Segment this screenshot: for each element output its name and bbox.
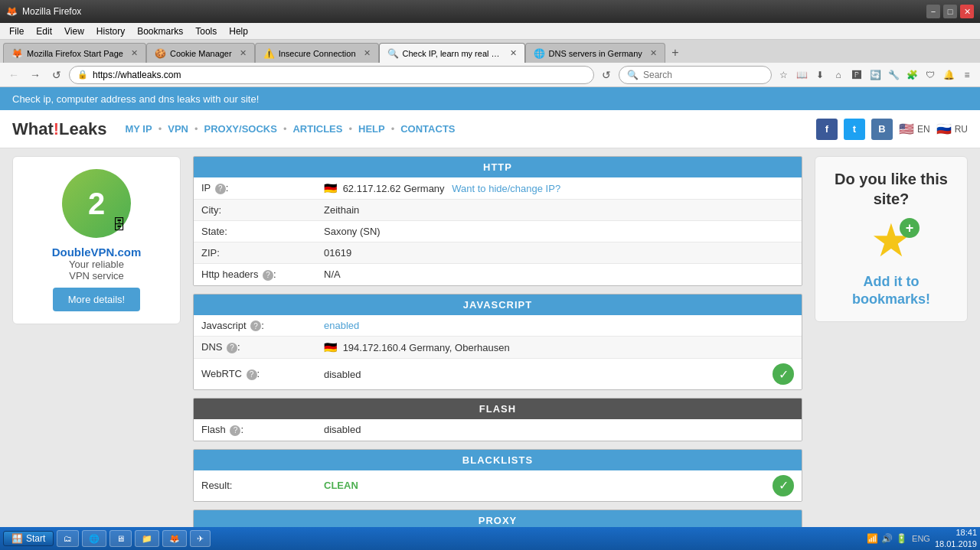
nav-vpn[interactable]: VPN (165, 123, 191, 135)
menu-view[interactable]: View (58, 24, 90, 38)
promo-link[interactable]: Add it to bookmarks! (852, 274, 930, 307)
change-ip-link[interactable]: Want to hide/change IP? (452, 183, 560, 194)
tab-insecure-icon: ⚠️ (263, 48, 274, 59)
reading-mode-icon[interactable]: 📖 (793, 67, 810, 83)
pocket-icon[interactable]: 🅿 (848, 67, 865, 83)
addon2-icon[interactable]: 🛡 (922, 67, 939, 83)
nav-contacts[interactable]: CONTACTS (397, 123, 458, 135)
menu-file[interactable]: File (3, 24, 30, 38)
nav-myip[interactable]: MY IP (122, 123, 155, 135)
tray-network-icon: 📶 (867, 533, 878, 544)
lang-ru-label: RU (955, 124, 968, 135)
taskbar-app-browser[interactable]: 🌐 (82, 530, 106, 547)
reload-button[interactable]: ↺ (47, 66, 66, 84)
tools-icon[interactable]: 🔧 (885, 67, 902, 83)
bookmark-star-icon[interactable]: ☆ (775, 67, 792, 83)
ad-box: 2 🗄 DoubleVPN.com Your reliable VPN serv… (12, 156, 181, 324)
filemanager-icon: 🗂 (64, 534, 72, 543)
taskbar-app-firefox[interactable]: 🦊 (162, 530, 187, 547)
ip-help-icon[interactable]: ? (215, 184, 226, 194)
addon-icon[interactable]: 🧩 (903, 67, 920, 83)
javascript-header: JAVASCRIPT (194, 295, 802, 315)
back-button[interactable]: ← (5, 66, 23, 84)
system-icon: 🖥 (116, 534, 125, 543)
tab-firefox-start[interactable]: 🦊 Mozilla Firefox Start Page ✕ (3, 43, 146, 63)
nav-articles[interactable]: ARTICLES (289, 123, 345, 135)
webrtc-help-icon[interactable]: ? (247, 369, 257, 380)
tab-insecure-title: Insecure Connection (279, 49, 356, 58)
ad-more-details-button[interactable]: More details! (53, 288, 140, 311)
tab-dns-close[interactable]: ✕ (650, 48, 657, 58)
tab-cookie-close[interactable]: ✕ (240, 48, 247, 58)
webrtc-label: WebRTC ?: (201, 368, 324, 380)
nav-icons: ☆ 📖 ⬇ ⌂ 🅿 🔄 🔧 🧩 🛡 🔔 ≡ (775, 67, 975, 83)
javascript-section: JAVASCRIPT Javascript ?: enabled DNS ?: … (193, 294, 802, 391)
tab-insecure[interactable]: ⚠️ Insecure Connection ✕ (255, 43, 379, 63)
new-tab-button[interactable]: + (665, 43, 685, 63)
ip-flag: 🇩🇪 (324, 182, 337, 194)
nav-proxy[interactable]: PROXY/SOCKS (201, 123, 280, 135)
forward-button[interactable]: → (26, 66, 44, 84)
ad-logo-db: 🗄 (113, 217, 126, 233)
lock-icon: 🔒 (77, 70, 88, 80)
site-nav-right: f t B 🇺🇸 EN 🇷🇺 RU (816, 119, 968, 140)
menu-history[interactable]: History (90, 24, 131, 38)
site-header-bar: Check ip, computer address and dns leaks… (0, 87, 980, 110)
promo-box: Do you like this site? ★ + Add it to boo… (815, 156, 968, 322)
js-row: Javascript ?: enabled (194, 315, 802, 337)
start-button[interactable]: 🪟 Start (3, 531, 54, 546)
browser-taskbar-icon: 🌐 (89, 534, 100, 544)
twitter-button[interactable]: t (844, 119, 865, 140)
reload-btn2[interactable]: ↺ (597, 66, 616, 84)
address-bar[interactable]: 🔒 (69, 66, 594, 84)
facebook-button[interactable]: f (816, 119, 838, 140)
tab-firefox-close[interactable]: ✕ (131, 48, 138, 58)
tab-dns-icon: 🌐 (534, 48, 544, 59)
taskbar-app-telegram[interactable]: ✈ (190, 530, 211, 547)
ad-subtitle1: Your reliable (25, 259, 168, 270)
city-label: City: (201, 204, 324, 216)
menu-help[interactable]: Help (223, 24, 254, 38)
lang-ru-button[interactable]: 🇷🇺 RU (936, 122, 968, 136)
flash-help-icon[interactable]: ? (230, 425, 240, 436)
taskbar-app-system[interactable]: 🖥 (109, 530, 132, 547)
minimize-button[interactable]: − (926, 5, 940, 18)
search-input[interactable] (643, 70, 763, 80)
menu-tools[interactable]: Tools (189, 24, 223, 38)
flash-section: FLASH Flash ?: disabled (193, 398, 802, 441)
download-icon[interactable]: ⬇ (812, 67, 828, 83)
tab-dns[interactable]: 🌐 DNS servers in Germany ✕ (525, 43, 665, 63)
lang-en-button[interactable]: 🇺🇸 EN (899, 122, 930, 136)
tab-checkip-close[interactable]: ✕ (510, 48, 517, 58)
search-bar[interactable]: 🔍 (619, 66, 772, 84)
close-button[interactable]: ✕ (960, 5, 974, 18)
js-help-icon[interactable]: ? (250, 321, 261, 331)
sync-icon[interactable]: 🔄 (867, 67, 884, 83)
start-icon: 🪟 (11, 533, 23, 544)
taskbar: 🪟 Start 🗂 🌐 🖥 📁 🦊 ✈ 📶 🔊 🔋 ENG 18:41 (0, 527, 980, 550)
settings-icon[interactable]: ≡ (959, 67, 975, 83)
vk-button[interactable]: B (871, 119, 893, 140)
star-container: ★ + (871, 218, 912, 264)
site-logo[interactable]: What!Leaks (12, 119, 106, 139)
tab-cookie-icon: 🍪 (155, 48, 165, 59)
menu-edit[interactable]: Edit (30, 24, 58, 38)
nav-help[interactable]: HELP (355, 123, 388, 135)
maximize-button[interactable]: □ (943, 5, 957, 18)
tab-checkip[interactable]: 🔍 Check IP, learn my real IP co... ✕ (379, 43, 525, 63)
tab-insecure-close[interactable]: ✕ (364, 48, 371, 58)
dns-help-icon[interactable]: ? (227, 343, 237, 353)
http-headers-help-icon[interactable]: ? (263, 270, 273, 281)
site-nav-left: What!Leaks MY IP • VPN • PROXY/SOCKS • A… (12, 119, 459, 139)
tab-cookie-manager[interactable]: 🍪 Cookie Manager ✕ (146, 43, 255, 63)
taskbar-app-files[interactable]: 📁 (135, 530, 159, 547)
title-bar-left: 🦊 Mozilla Firefox (6, 6, 81, 17)
flash-row: Flash ?: disabled (194, 419, 802, 441)
home-icon[interactable]: ⌂ (830, 67, 847, 83)
tab-bar: 🦊 Mozilla Firefox Start Page ✕ 🍪 Cookie … (0, 40, 980, 63)
url-input[interactable] (93, 70, 586, 80)
badge-icon[interactable]: 🔔 (940, 67, 957, 83)
taskbar-app-filemanager[interactable]: 🗂 (57, 530, 79, 547)
menu-bookmarks[interactable]: Bookmarks (131, 24, 189, 38)
tab-checkip-icon: 🔍 (387, 48, 398, 59)
